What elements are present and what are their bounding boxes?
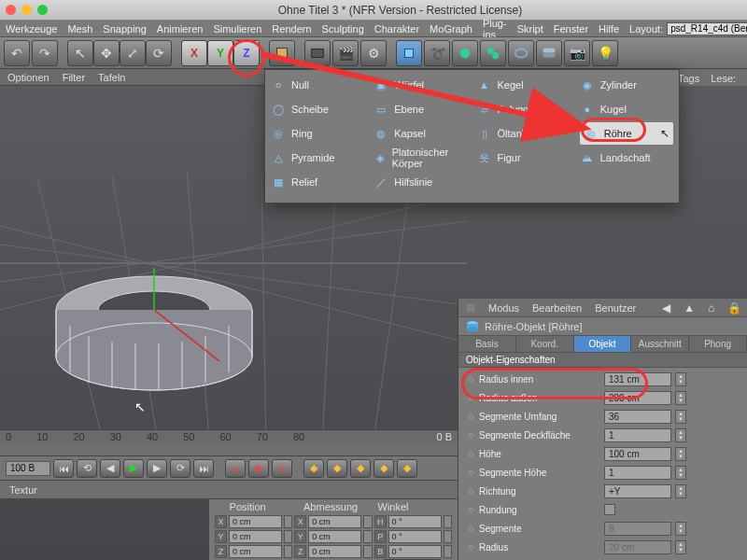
spinner[interactable]: ▲▼ — [675, 391, 686, 405]
camera-button[interactable]: 📷 — [564, 40, 590, 66]
ang-h-field[interactable]: 0 ° — [388, 515, 442, 528]
primitive-disc[interactable]: ◯Scheibe — [271, 98, 364, 120]
menu-item[interactable]: Tags — [678, 73, 699, 84]
ang-p-field[interactable]: 0 ° — [388, 530, 442, 543]
timeline-ruler[interactable]: 0 10 20 30 40 50 60 70 80 0 B — [0, 429, 458, 455]
spinner[interactable] — [444, 515, 452, 528]
property-value[interactable]: 1 — [604, 466, 671, 480]
spinner[interactable] — [284, 515, 292, 528]
primitive-figure[interactable]: 웃Figur — [477, 147, 571, 169]
light-button[interactable]: 💡 — [592, 40, 618, 66]
primitive-torus[interactable]: ◎Ring — [271, 122, 364, 145]
spinner[interactable]: ▲▼ — [675, 540, 686, 554]
menu-item[interactable]: Fenster — [554, 23, 588, 35]
zoom-icon[interactable] — [37, 5, 48, 15]
scale-button[interactable]: ⤢ — [120, 40, 146, 66]
spline-button[interactable]: ➰ — [424, 40, 450, 66]
pos-x-field[interactable]: 0 cm — [229, 515, 282, 528]
primitive-null[interactable]: ○Null — [271, 74, 364, 96]
close-icon[interactable] — [6, 5, 16, 15]
tab-objekt[interactable]: Objekt — [574, 336, 632, 352]
primitive-plane[interactable]: ▭Ebene — [374, 98, 467, 120]
axis-z-button[interactable]: Z — [233, 40, 260, 66]
primitive-sphere[interactable]: ●Kugel — [580, 98, 673, 120]
primitive-landscape[interactable]: ⛰Landschaft — [580, 147, 673, 169]
keysel-button[interactable]: ◎ — [272, 459, 292, 478]
primitive-relief[interactable]: ▦Relief — [271, 171, 364, 193]
axis-x-button[interactable]: X — [181, 40, 207, 66]
minimize-icon[interactable] — [21, 5, 32, 15]
spinner[interactable]: ▲▼ — [675, 447, 686, 461]
coord-system-button[interactable] — [269, 40, 295, 66]
layout-field[interactable] — [667, 22, 747, 35]
menu-item[interactable]: Modus — [488, 302, 519, 314]
property-value[interactable]: 131 cm — [604, 372, 671, 386]
next-frame-button[interactable]: ▶ — [147, 459, 167, 478]
back-icon[interactable]: ◀ — [662, 301, 670, 315]
prev-frame-button[interactable]: ◀ — [100, 459, 120, 478]
property-value[interactable]: 100 cm — [604, 447, 671, 461]
key-scale-button[interactable]: ◆ — [327, 459, 347, 478]
spinner[interactable]: ▲▼ — [675, 372, 686, 386]
menu-item[interactable]: Lese: — [711, 73, 736, 84]
menu-item[interactable]: Mesh — [67, 23, 92, 35]
redo-button[interactable]: ↷ — [32, 40, 58, 66]
tab-koord[interactable]: Koord. — [516, 336, 574, 352]
menu-item[interactable]: MoGraph — [430, 23, 472, 35]
key-param-button[interactable]: ◆ — [374, 459, 394, 478]
record-button[interactable]: ● — [225, 459, 246, 478]
menu-item[interactable]: Skript — [517, 23, 543, 35]
property-value[interactable]: 200 cm — [604, 391, 671, 405]
home-icon[interactable]: ⌂ — [708, 301, 714, 315]
primitive-platonic[interactable]: ◈Platonischer Körper — [374, 147, 467, 169]
tab-phong[interactable]: Phong — [689, 336, 747, 352]
spinner[interactable]: ▲▼ — [675, 410, 686, 424]
rotate-button[interactable]: ⟳ — [146, 40, 172, 66]
menu-item[interactable]: Optionen — [7, 72, 49, 83]
up-icon[interactable]: ▲ — [684, 301, 695, 315]
deformer-button[interactable] — [508, 40, 534, 66]
prev-key-button[interactable]: ⟲ — [77, 459, 97, 478]
move-button[interactable]: ✥ — [93, 40, 120, 66]
spinner[interactable]: ▲▼ — [675, 522, 686, 536]
primitive-tube[interactable]: ◎Röhre↖ — [580, 122, 673, 145]
dim-z-field[interactable]: 0 cm — [308, 545, 361, 558]
primitive-cube[interactable]: ▣Würfel — [374, 74, 467, 96]
primitive-guide[interactable]: ／Hilfslinie — [374, 171, 467, 193]
spinner[interactable] — [363, 545, 372, 558]
property-checkbox[interactable] — [604, 504, 615, 515]
menu-item[interactable]: Sculpting — [322, 23, 364, 35]
primitive-cylinder[interactable]: ◉Zylinder — [580, 74, 673, 96]
live-select-button[interactable]: ↖ — [67, 40, 93, 66]
spinner[interactable] — [284, 530, 292, 543]
menu-item[interactable]: Rendern — [272, 23, 311, 35]
spinner[interactable]: ▲▼ — [675, 466, 686, 480]
spinner[interactable] — [284, 545, 292, 558]
tab-basis[interactable]: Basis — [458, 336, 516, 352]
primitive-polygon[interactable]: ▱Polygon — [477, 98, 571, 120]
menu-item[interactable]: Filter — [63, 72, 85, 83]
spinner[interactable] — [444, 545, 452, 558]
autokey-button[interactable]: ◉ — [248, 459, 269, 478]
menu-item[interactable]: Bearbeiten — [532, 302, 582, 314]
primitive-oiltank[interactable]: ▯Öltank — [477, 122, 571, 145]
environment-button[interactable] — [536, 40, 562, 66]
spinner[interactable] — [363, 530, 372, 543]
menu-item[interactable]: Werkzeuge — [6, 23, 57, 35]
play-button[interactable]: ▶ — [123, 459, 144, 478]
go-end-button[interactable]: ⏭ — [193, 459, 214, 478]
key-pos-button[interactable]: ◆ — [303, 459, 324, 478]
menu-item[interactable]: Charakter — [374, 23, 419, 35]
dim-x-field[interactable]: 0 cm — [308, 515, 361, 528]
go-start-button[interactable]: ⏮ — [53, 459, 74, 478]
pos-y-field[interactable]: 0 cm — [229, 530, 282, 543]
primitive-capsule[interactable]: ◍Kapsel — [374, 122, 467, 145]
menu-item[interactable]: Plug-ins — [483, 18, 507, 40]
key-rot-button[interactable]: ◆ — [350, 459, 371, 478]
primitive-pyramid[interactable]: △Pyramide — [271, 147, 364, 169]
primitive-cone[interactable]: ▲Kegel — [477, 74, 571, 96]
menu-item[interactable]: Benutzer — [595, 302, 636, 314]
property-value[interactable]: +Y — [604, 484, 671, 498]
menu-item[interactable]: Snapping — [103, 23, 147, 35]
lock-icon[interactable]: 🔒 — [727, 301, 741, 315]
